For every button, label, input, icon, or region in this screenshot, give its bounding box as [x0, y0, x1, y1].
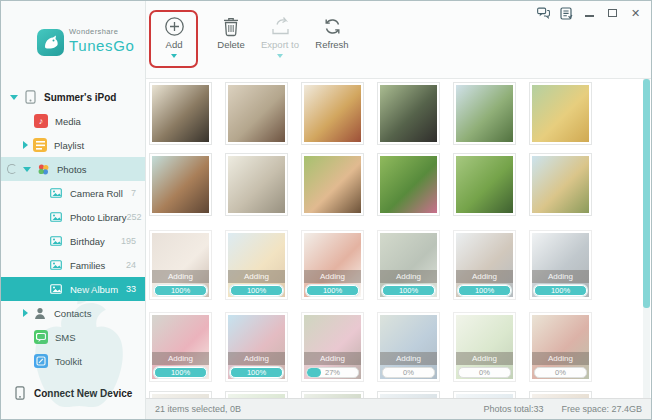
chevron-down-icon — [10, 95, 18, 100]
sidebar-item-device[interactable]: Summer's iPod — [1, 85, 145, 109]
photo-thumbnail[interactable] — [301, 82, 364, 145]
add-button[interactable]: Add — [152, 16, 196, 58]
adding-label: Adding — [152, 270, 209, 283]
album-label: Birthday — [70, 236, 105, 247]
photo-thumbnail[interactable] — [377, 391, 440, 398]
minimize-button[interactable] — [583, 7, 596, 20]
album-count: 195 — [121, 236, 136, 246]
photo-image — [380, 85, 437, 142]
photo-image — [152, 85, 209, 142]
sidebar-item-playlist[interactable]: Playlist — [1, 133, 145, 157]
progress-bar: 100% — [306, 285, 359, 296]
photo-thumbnail[interactable]: Adding100% — [149, 312, 212, 382]
photo-thumbnail[interactable]: Adding100% — [453, 230, 516, 300]
photo-thumbnail[interactable]: Adding0% — [377, 312, 440, 382]
feedback-icon[interactable] — [537, 7, 550, 20]
progress-percent: 27% — [325, 368, 340, 377]
photo-thumbnail[interactable]: Adding100% — [377, 230, 440, 300]
adding-label: Adding — [228, 352, 285, 365]
photo-thumbnail[interactable] — [529, 153, 592, 216]
photos-label: Photos — [57, 164, 87, 175]
add-dropdown-arrow-icon[interactable] — [171, 54, 177, 58]
photo-image — [304, 85, 361, 142]
photo-thumbnail[interactable]: Adding100% — [225, 312, 288, 382]
close-button[interactable]: ✕ — [629, 7, 642, 20]
album-icon — [49, 186, 63, 200]
photo-image — [152, 156, 209, 213]
photo-thumbnail[interactable] — [225, 153, 288, 216]
photo-thumbnail[interactable]: Adding27% — [301, 312, 364, 382]
progress-bar: 27% — [306, 367, 359, 378]
adding-label: Adding — [532, 352, 589, 365]
photo-thumbnail[interactable] — [149, 153, 212, 216]
photo-thumbnail[interactable]: Adding0% — [453, 312, 516, 382]
export-dropdown-arrow-icon[interactable] — [277, 54, 283, 58]
progress-percent: 100% — [171, 286, 190, 295]
contacts-label: Contacts — [54, 308, 92, 319]
chevron-down-icon — [23, 167, 31, 172]
sidebar-item-photos[interactable]: Photos — [1, 157, 145, 181]
photo-image — [380, 156, 437, 213]
photo-thumbnail[interactable] — [301, 391, 364, 398]
photo-thumbnail[interactable] — [529, 391, 592, 398]
photo-grid-rows: Adding100%Adding100%Adding100%Adding100%… — [149, 82, 651, 398]
progress-bar: 100% — [230, 367, 283, 378]
photo-thumbnail[interactable] — [149, 82, 212, 145]
photo-thumbnail[interactable] — [453, 153, 516, 216]
contacts-icon — [33, 306, 47, 320]
menu-icon[interactable] — [560, 7, 573, 20]
playlist-label: Playlist — [54, 140, 84, 151]
photo-thumbnail[interactable] — [149, 391, 212, 398]
selection-status: 21 items selected, 0B — [155, 404, 241, 414]
scrollbar-thumb[interactable] — [643, 79, 650, 308]
status-bar: 21 items selected, 0B Photos total:33 Fr… — [146, 398, 651, 419]
sidebar-item-connect-new-device[interactable]: Connect New Device — [1, 381, 145, 405]
photo-grid: Adding100%Adding100%Adding100%Adding100%… — [146, 79, 651, 398]
photo-image — [228, 156, 285, 213]
sidebar-item-toolkit[interactable]: Toolkit — [1, 349, 145, 373]
device-name: Summer's iPod — [44, 92, 116, 103]
refresh-label: Refresh — [304, 39, 360, 50]
maximize-button[interactable] — [606, 7, 619, 20]
photo-thumbnail[interactable] — [453, 82, 516, 145]
photo-thumbnail[interactable]: Adding100% — [301, 230, 364, 300]
progress-bar: 0% — [382, 367, 435, 378]
photo-thumbnail[interactable] — [529, 82, 592, 145]
photo-thumbnail[interactable] — [301, 153, 364, 216]
photo-thumbnail[interactable]: Adding100% — [529, 230, 592, 300]
tunesgo-window: Wondershare TunesGo Summer's iPod ♪ Medi… — [0, 0, 652, 420]
album-label: New Album — [70, 284, 118, 295]
loading-spinner-icon — [7, 164, 17, 174]
photo-thumbnail[interactable]: Adding100% — [149, 230, 212, 300]
progress-bar: 0% — [534, 367, 587, 378]
photo-image — [456, 85, 513, 142]
export-to-button[interactable]: Export to — [251, 16, 309, 58]
sidebar-item-families[interactable]: Families 24 — [1, 253, 145, 277]
delete-icon — [208, 16, 254, 38]
sidebar-item-contacts[interactable]: Contacts — [1, 301, 145, 325]
sidebar-item-photo-library[interactable]: Photo Library 252 — [1, 205, 145, 229]
refresh-button[interactable]: Refresh — [304, 16, 360, 50]
photo-thumbnail[interactable] — [377, 153, 440, 216]
add-icon — [152, 16, 196, 38]
progress-percent: 100% — [551, 286, 570, 295]
sidebar-item-birthday[interactable]: Birthday 195 — [1, 229, 145, 253]
chevron-right-icon — [23, 309, 28, 317]
photo-thumbnail[interactable]: Adding0% — [529, 312, 592, 382]
photo-thumbnail[interactable] — [453, 391, 516, 398]
sidebar-item-new-album[interactable]: New Album 33 — [1, 277, 145, 301]
delete-button[interactable]: Delete — [208, 16, 254, 50]
sms-icon — [34, 330, 48, 344]
photo-thumbnail[interactable] — [225, 391, 288, 398]
photo-thumbnail[interactable] — [377, 82, 440, 145]
export-label: Export to — [251, 39, 309, 50]
album-count: 33 — [126, 284, 136, 294]
adding-label: Adding — [304, 270, 361, 283]
photo-row — [149, 82, 651, 145]
photo-thumbnail[interactable] — [225, 82, 288, 145]
adding-label: Adding — [304, 352, 361, 365]
photo-thumbnail[interactable]: Adding100% — [225, 230, 288, 300]
sidebar-item-sms[interactable]: SMS — [1, 325, 145, 349]
sidebar-item-media[interactable]: ♪ Media — [1, 109, 145, 133]
sidebar-item-camera-roll[interactable]: Camera Roll 7 — [1, 181, 145, 205]
